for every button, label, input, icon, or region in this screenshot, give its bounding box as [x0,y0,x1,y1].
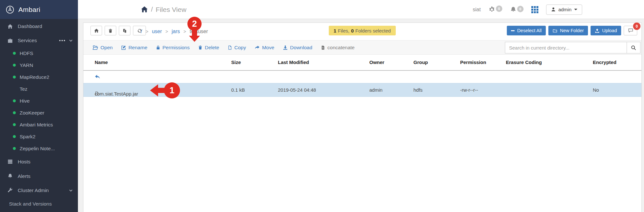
trash-button[interactable] [105,26,116,35]
concatenate-action[interactable]: concatenate [321,45,355,51]
column-size[interactable]: Size [231,60,241,65]
sidebar-item-mapreduce2[interactable]: MapReduce2 [0,71,78,83]
copy-action[interactable]: Copy [228,45,246,51]
file-group: hdfs [413,87,422,93]
folder-open-icon [92,45,98,50]
briefcase-icon [7,38,13,43]
search-input[interactable] [505,42,627,53]
column-permission[interactable]: Permission [460,60,486,65]
status-ok-dot [13,99,16,102]
sidebar-item-label: Tez [20,86,27,92]
upload-button[interactable]: Upload [591,26,621,35]
sidebar-item-services[interactable]: Services [0,34,78,47]
speech-bubble-icon [628,28,633,33]
rename-label: Rename [128,45,147,51]
sidebar-item-cluster-admin[interactable]: Cluster Admin [0,183,78,198]
views-grid-icon[interactable] [531,6,538,13]
sidebar-item-service-accounts[interactable]: Service Accounts [0,210,78,212]
rename-action[interactable]: Rename [121,45,147,51]
status-ok-dot [13,147,16,150]
breadcrumb-user[interactable]: user [152,29,162,34]
permissions-label: Permissions [163,45,190,51]
sidebar-item-hdfs[interactable]: HDFS [0,47,78,59]
home-icon [94,28,99,33]
column-erasure-coding[interactable]: Erasure Coding [506,60,542,65]
up-directory-icon[interactable] [95,74,100,79]
sidebar-item-yarn[interactable]: YARN [0,59,78,71]
home-icon[interactable] [141,6,148,13]
deselect-all-button[interactable]: Deselect All [507,26,546,35]
download-action[interactable]: Download [283,45,312,51]
status-ok-dot [13,123,16,126]
sidebar-item-label: Cluster Admin [18,188,49,193]
alerts-indicator[interactable]: 0 [510,6,524,13]
home-button[interactable] [90,26,102,35]
move-action[interactable]: Move [254,45,274,51]
files-panel: / > user > jars > testuser 1 Files, 0 Fo… [83,23,642,212]
sidebar-item-label: Hosts [18,159,31,165]
caret-down-icon [574,9,577,10]
sidebar-item-label: Hive [20,98,30,104]
file-size: 0.1 kB [231,87,245,93]
sidebar-item-hive[interactable]: Hive [0,95,78,107]
selected-folders-text: Folders selected [355,28,391,33]
sidebar-item-hosts[interactable]: Hosts [0,154,78,169]
new-folder-button[interactable]: New Folder [548,26,588,35]
bell-icon [7,173,13,179]
column-encrypted[interactable]: Encrypted [593,60,616,65]
status-ok-dot [13,52,16,55]
open-action[interactable]: Open [92,45,113,51]
status-ok-dot [13,111,16,114]
file-actions-toolbar: Open Rename Permissions Delete Copy Move [83,40,641,55]
concatenate-label: concatenate [327,45,355,51]
server-icon [7,159,13,164]
column-name[interactable]: Name [95,60,108,65]
sidebar-item-label: Dashboard [18,23,42,29]
sidebar-item-zookeeper[interactable]: ZooKeeper [0,107,78,119]
sidebar-item-tez[interactable]: Tez [0,83,78,95]
file-owner: admin [369,87,383,93]
services-overflow-icon[interactable] [59,40,65,41]
sidebar-item-alerts[interactable]: Alerts [0,169,78,183]
sidebar-item-zeppelin[interactable]: Zeppelin Note... [0,143,78,154]
search-area [505,42,640,53]
breadcrumb-jars[interactable]: jars [172,29,180,34]
column-owner[interactable]: Owner [369,60,384,65]
sidebar-item-ambari-metrics[interactable]: Ambari Metrics [0,119,78,131]
copy-label: Copy [234,45,246,51]
trash-icon [198,45,203,50]
go-up-row[interactable] [83,71,641,83]
file-text-icon [321,45,325,50]
table-header: Name Size Last Modified Owner Group Perm… [83,55,641,71]
paste-button[interactable] [119,26,130,35]
chevron-down-icon[interactable] [69,189,73,192]
sidebar-item-label: YARN [20,62,33,68]
breadcrumb-separator: > [166,29,168,34]
app-logo-bar: Ambari [0,0,78,19]
upload-label: Upload [602,28,617,33]
sidebar-item-dashboard[interactable]: Dashboard [0,19,78,34]
permissions-action[interactable]: Permissions [156,45,190,51]
step-number: 2 [187,17,202,31]
delete-label: Delete [205,45,219,51]
search-button[interactable] [627,42,640,53]
settings-indicator[interactable]: 0 [488,6,502,13]
lock-icon [156,45,160,50]
status-ok-dot [13,64,16,67]
files-toolbar: / > user > jars > testuser 1 Files, 0 Fo… [83,23,641,40]
user-menu-button[interactable]: admin [546,5,582,15]
comments-button[interactable]: 0 [624,26,637,35]
sidebar-item-label: Services [18,38,37,43]
file-permission: -rw-r--r-- [460,87,478,93]
breadcrumb-root[interactable]: / [141,29,142,34]
arrow-down-icon [189,36,200,42]
sidebar-item-stack-and-versions[interactable]: Stack and Versions [0,198,78,210]
sidebar-item-label: MapReduce2 [20,74,49,80]
column-group[interactable]: Group [413,60,428,65]
column-last-modified[interactable]: Last Modified [278,60,309,65]
sidebar-item-spark2[interactable]: Spark2 [0,131,78,143]
pencil-square-icon [121,45,126,50]
chevron-down-icon[interactable] [69,39,73,42]
bell-icon [510,6,516,13]
file-name[interactable]: com.siat.TestApp.jar [95,91,138,97]
